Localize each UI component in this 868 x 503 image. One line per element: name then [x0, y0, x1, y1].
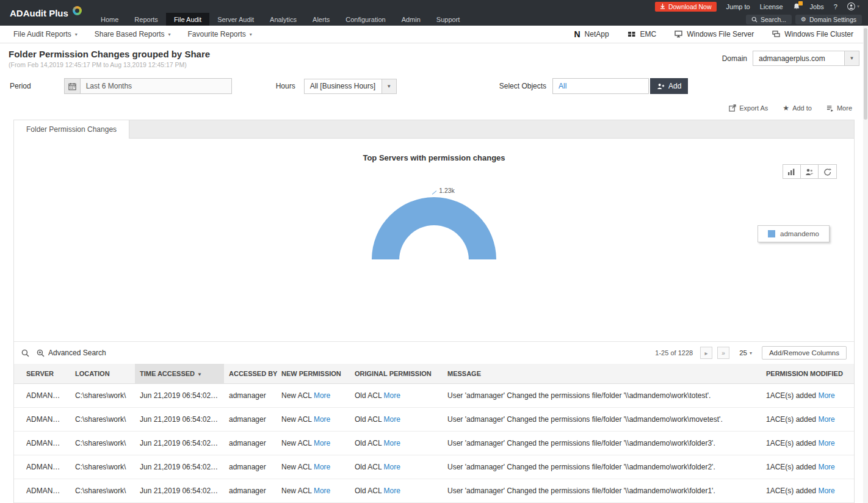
nav-item-support[interactable]: Support — [429, 13, 468, 26]
col-header-location[interactable]: LOCATION — [70, 364, 135, 384]
license-link[interactable]: License — [760, 3, 783, 10]
chart-users-button[interactable] — [801, 165, 819, 178]
advanced-search-button[interactable]: Advanced Search — [37, 349, 106, 357]
nav-item-home[interactable]: Home — [93, 13, 126, 26]
add-remove-columns-button[interactable]: Add/Remove Columns — [762, 346, 847, 360]
server-type-netapp[interactable]: N NetApp — [574, 29, 609, 39]
new-permission-more-link[interactable]: More — [314, 463, 330, 471]
new-permission-more-link[interactable]: More — [314, 415, 330, 424]
add-object-button[interactable]: Add — [650, 78, 688, 94]
scrollbar[interactable] — [863, 26, 868, 503]
original-permission-more-link[interactable]: More — [384, 463, 400, 471]
original-permission-more-link[interactable]: More — [384, 439, 400, 447]
server-type-emc[interactable]: EMC — [627, 30, 657, 38]
col-header-time-accessed[interactable]: TIME ACCESSED▼ — [135, 364, 224, 384]
export-as-button[interactable]: Export As — [729, 104, 768, 112]
jobs-link[interactable]: Jobs — [810, 3, 824, 10]
table-row[interactable]: ADMANDEMO C:\shares\work\ Jun 21,2019 06… — [14, 455, 854, 479]
nav-item-reports[interactable]: Reports — [126, 13, 166, 26]
table-header-row: SERVER LOCATION TIME ACCESSED▼ ACCESSED … — [14, 364, 854, 384]
hours-label: Hours — [276, 82, 295, 90]
pagination-text: 1-25 of 1228 — [655, 349, 693, 356]
cell-permission-modified: 1ACE(s) added More — [761, 384, 854, 408]
domain-settings-button[interactable]: ⚙ Domain Settings — [795, 15, 862, 24]
user-add-icon — [657, 83, 665, 90]
download-now-button[interactable]: Download Now — [655, 2, 717, 12]
table-search-button[interactable] — [21, 349, 29, 357]
cell-permission-modified: 1ACE(s) added More — [761, 408, 854, 432]
col-header-accessed-by[interactable]: ACCESSED BY — [224, 364, 277, 384]
original-permission-more-link[interactable]: More — [384, 487, 400, 495]
notifications-button[interactable] — [793, 3, 800, 10]
next-page-button[interactable]: ▸ — [700, 347, 712, 359]
nav-item-admin[interactable]: Admin — [394, 13, 429, 26]
more-list-icon — [826, 105, 834, 112]
menu-share-based-reports[interactable]: Share Based Reports▾ — [86, 30, 179, 38]
profile-menu-button[interactable]: ▾ — [847, 2, 859, 10]
select-objects-input[interactable] — [552, 78, 649, 94]
cell-server: ADMANDEMO — [14, 455, 70, 479]
star-icon: ★ — [783, 104, 789, 112]
global-search-button[interactable]: Search... — [746, 15, 792, 24]
permission-modified-more-link[interactable]: More — [818, 487, 834, 495]
page-size-select[interactable]: 25 ▾ — [739, 349, 752, 356]
donut-segment-admandemo[interactable] — [372, 197, 496, 259]
col-header-server[interactable]: SERVER — [14, 364, 70, 384]
nav-item-file-audit[interactable]: File Audit — [166, 13, 209, 26]
table-row[interactable]: ADMANDEMO C:\shares\work\ Jun 21,2019 06… — [14, 479, 854, 503]
report-actions-bar: Export As ★ Add to More — [0, 99, 868, 120]
new-permission-more-link[interactable]: More — [314, 439, 330, 447]
permission-modified-more-link[interactable]: More — [818, 391, 834, 400]
nav-item-configuration[interactable]: Configuration — [338, 13, 393, 26]
cell-server: ADMANDEMO — [14, 479, 70, 503]
legend-label: admandemo — [780, 230, 819, 237]
chart-type-button[interactable] — [783, 165, 801, 178]
period-input[interactable] — [81, 78, 232, 94]
col-header-message[interactable]: MESSAGE — [443, 364, 761, 384]
menu-file-audit-reports[interactable]: File Audit Reports▾ — [5, 30, 86, 38]
add-to-favourites-button[interactable]: ★ Add to — [783, 104, 812, 112]
chart-refresh-button[interactable] — [819, 165, 836, 178]
half-donut-chart[interactable]: 1.23k — [372, 197, 496, 259]
cell-permission-modified: 1ACE(s) added More — [761, 455, 854, 479]
server-type-windows-file-server[interactable]: Windows File Server — [675, 30, 754, 38]
original-permission-more-link[interactable]: More — [384, 415, 400, 424]
users-icon — [805, 168, 814, 176]
server-type-windows-file-cluster[interactable]: Windows File Cluster — [772, 30, 853, 38]
nav-item-alerts[interactable]: Alerts — [305, 13, 338, 26]
nav-item-server-audit[interactable]: Server Audit — [209, 13, 262, 26]
table-row[interactable]: ADMANDEMO C:\shares\work\ Jun 21,2019 06… — [14, 408, 854, 432]
scrollbar-thumb[interactable] — [864, 28, 867, 120]
main-nav: Home Reports File Audit Server Audit Ana… — [93, 13, 868, 26]
gear-icon: ⚙ — [801, 16, 806, 23]
table-row[interactable]: ADMANDEMO C:\shares\work\ Jun 21,2019 06… — [14, 432, 854, 455]
cell-original-permission: Old ACL More — [350, 432, 443, 455]
app-logo-text: ADAudit Plus — [10, 8, 68, 18]
permission-modified-more-link[interactable]: More — [818, 439, 834, 447]
permission-modified-more-link[interactable]: More — [818, 463, 834, 471]
table-row[interactable]: ADMANDEMO C:\shares\work\ Jun 21,2019 06… — [14, 384, 854, 408]
more-actions-button[interactable]: More — [826, 104, 852, 112]
help-button[interactable]: ? — [834, 3, 837, 10]
jump-to-link[interactable]: Jump to — [726, 3, 750, 10]
menu-favourite-reports[interactable]: Favourite Reports▾ — [179, 30, 260, 38]
last-page-button[interactable]: » — [717, 347, 729, 359]
col-header-new-permission[interactable]: NEW PERMISSION — [277, 364, 350, 384]
col-header-permission-modified[interactable]: PERMISSION MODIFIED — [761, 364, 854, 384]
tab-folder-permission-changes[interactable]: Folder Permission Changes — [14, 120, 129, 139]
chevron-down-icon: ▾ — [750, 350, 752, 356]
nav-item-analytics[interactable]: Analytics — [262, 13, 305, 26]
permission-modified-more-link[interactable]: More — [818, 415, 834, 424]
original-permission-more-link[interactable]: More — [384, 391, 400, 400]
col-header-original-permission[interactable]: ORIGINAL PERMISSION — [350, 364, 443, 384]
calendar-button[interactable] — [64, 78, 81, 94]
app-logo[interactable]: ADAudit Plus — [0, 0, 93, 26]
domain-select[interactable]: admanagerplus.com ▼ — [753, 51, 859, 66]
hours-select[interactable]: All [Business Hours] ▼ — [304, 79, 397, 94]
chart-legend[interactable]: admandemo — [758, 225, 830, 242]
file-server-icon — [675, 31, 682, 38]
chevron-down-icon: ▾ — [857, 4, 859, 9]
table-body: ADMANDEMO C:\shares\work\ Jun 21,2019 06… — [14, 384, 854, 503]
new-permission-more-link[interactable]: More — [314, 391, 330, 400]
new-permission-more-link[interactable]: More — [314, 487, 330, 495]
